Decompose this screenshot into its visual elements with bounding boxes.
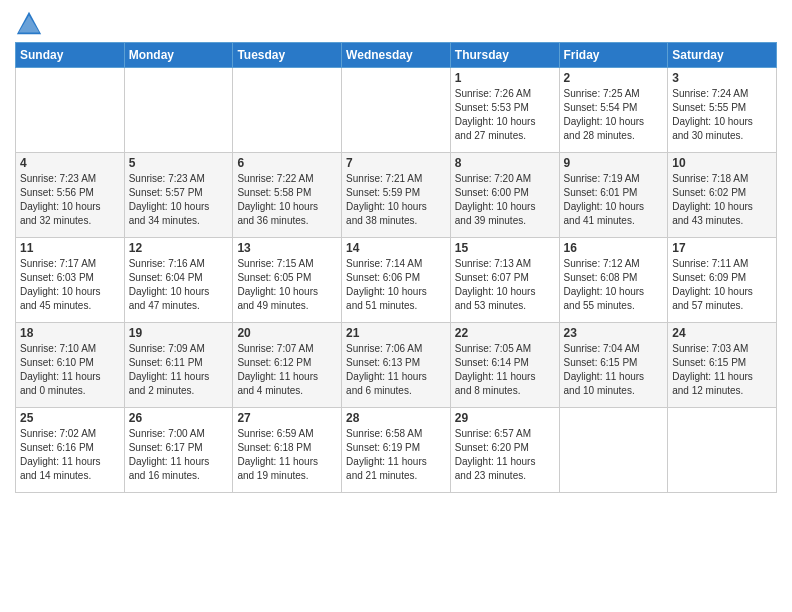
cell-content: Sunrise: 7:22 AM Sunset: 5:58 PM Dayligh… <box>237 172 337 228</box>
logo-icon <box>15 10 43 38</box>
day-number: 16 <box>564 241 664 255</box>
calendar-week-row: 1Sunrise: 7:26 AM Sunset: 5:53 PM Daylig… <box>16 68 777 153</box>
header <box>15 10 777 38</box>
cell-content: Sunrise: 7:19 AM Sunset: 6:01 PM Dayligh… <box>564 172 664 228</box>
calendar-cell: 26Sunrise: 7:00 AM Sunset: 6:17 PM Dayli… <box>124 408 233 493</box>
cell-content: Sunrise: 7:03 AM Sunset: 6:15 PM Dayligh… <box>672 342 772 398</box>
calendar-cell <box>342 68 451 153</box>
calendar-cell: 6Sunrise: 7:22 AM Sunset: 5:58 PM Daylig… <box>233 153 342 238</box>
day-number: 18 <box>20 326 120 340</box>
calendar-cell: 5Sunrise: 7:23 AM Sunset: 5:57 PM Daylig… <box>124 153 233 238</box>
calendar-cell: 10Sunrise: 7:18 AM Sunset: 6:02 PM Dayli… <box>668 153 777 238</box>
calendar-cell: 23Sunrise: 7:04 AM Sunset: 6:15 PM Dayli… <box>559 323 668 408</box>
cell-content: Sunrise: 7:02 AM Sunset: 6:16 PM Dayligh… <box>20 427 120 483</box>
day-number: 22 <box>455 326 555 340</box>
weekday-header: Tuesday <box>233 43 342 68</box>
calendar-cell: 27Sunrise: 6:59 AM Sunset: 6:18 PM Dayli… <box>233 408 342 493</box>
day-number: 2 <box>564 71 664 85</box>
cell-content: Sunrise: 7:04 AM Sunset: 6:15 PM Dayligh… <box>564 342 664 398</box>
calendar-cell: 1Sunrise: 7:26 AM Sunset: 5:53 PM Daylig… <box>450 68 559 153</box>
day-number: 23 <box>564 326 664 340</box>
day-number: 25 <box>20 411 120 425</box>
calendar-cell: 14Sunrise: 7:14 AM Sunset: 6:06 PM Dayli… <box>342 238 451 323</box>
cell-content: Sunrise: 6:57 AM Sunset: 6:20 PM Dayligh… <box>455 427 555 483</box>
cell-content: Sunrise: 7:15 AM Sunset: 6:05 PM Dayligh… <box>237 257 337 313</box>
weekday-header: Thursday <box>450 43 559 68</box>
cell-content: Sunrise: 7:26 AM Sunset: 5:53 PM Dayligh… <box>455 87 555 143</box>
cell-content: Sunrise: 7:18 AM Sunset: 6:02 PM Dayligh… <box>672 172 772 228</box>
calendar-cell <box>668 408 777 493</box>
day-number: 24 <box>672 326 772 340</box>
day-number: 10 <box>672 156 772 170</box>
cell-content: Sunrise: 7:17 AM Sunset: 6:03 PM Dayligh… <box>20 257 120 313</box>
cell-content: Sunrise: 7:24 AM Sunset: 5:55 PM Dayligh… <box>672 87 772 143</box>
day-number: 5 <box>129 156 229 170</box>
calendar-table: SundayMondayTuesdayWednesdayThursdayFrid… <box>15 42 777 493</box>
cell-content: Sunrise: 7:12 AM Sunset: 6:08 PM Dayligh… <box>564 257 664 313</box>
day-number: 8 <box>455 156 555 170</box>
weekday-header: Saturday <box>668 43 777 68</box>
day-number: 3 <box>672 71 772 85</box>
calendar-cell: 18Sunrise: 7:10 AM Sunset: 6:10 PM Dayli… <box>16 323 125 408</box>
cell-content: Sunrise: 7:25 AM Sunset: 5:54 PM Dayligh… <box>564 87 664 143</box>
weekday-header: Friday <box>559 43 668 68</box>
calendar-cell: 20Sunrise: 7:07 AM Sunset: 6:12 PM Dayli… <box>233 323 342 408</box>
cell-content: Sunrise: 7:10 AM Sunset: 6:10 PM Dayligh… <box>20 342 120 398</box>
calendar-cell: 7Sunrise: 7:21 AM Sunset: 5:59 PM Daylig… <box>342 153 451 238</box>
day-number: 27 <box>237 411 337 425</box>
cell-content: Sunrise: 7:20 AM Sunset: 6:00 PM Dayligh… <box>455 172 555 228</box>
day-number: 11 <box>20 241 120 255</box>
calendar-cell: 19Sunrise: 7:09 AM Sunset: 6:11 PM Dayli… <box>124 323 233 408</box>
cell-content: Sunrise: 7:00 AM Sunset: 6:17 PM Dayligh… <box>129 427 229 483</box>
day-number: 29 <box>455 411 555 425</box>
day-number: 12 <box>129 241 229 255</box>
day-number: 14 <box>346 241 446 255</box>
calendar-week-row: 4Sunrise: 7:23 AM Sunset: 5:56 PM Daylig… <box>16 153 777 238</box>
weekday-header: Wednesday <box>342 43 451 68</box>
calendar-cell: 15Sunrise: 7:13 AM Sunset: 6:07 PM Dayli… <box>450 238 559 323</box>
cell-content: Sunrise: 6:59 AM Sunset: 6:18 PM Dayligh… <box>237 427 337 483</box>
calendar-cell: 8Sunrise: 7:20 AM Sunset: 6:00 PM Daylig… <box>450 153 559 238</box>
calendar-cell <box>559 408 668 493</box>
calendar-cell <box>233 68 342 153</box>
calendar-cell: 24Sunrise: 7:03 AM Sunset: 6:15 PM Dayli… <box>668 323 777 408</box>
day-number: 26 <box>129 411 229 425</box>
calendar-cell: 22Sunrise: 7:05 AM Sunset: 6:14 PM Dayli… <box>450 323 559 408</box>
calendar-cell: 16Sunrise: 7:12 AM Sunset: 6:08 PM Dayli… <box>559 238 668 323</box>
day-number: 7 <box>346 156 446 170</box>
calendar-cell: 2Sunrise: 7:25 AM Sunset: 5:54 PM Daylig… <box>559 68 668 153</box>
cell-content: Sunrise: 7:21 AM Sunset: 5:59 PM Dayligh… <box>346 172 446 228</box>
day-number: 21 <box>346 326 446 340</box>
day-number: 9 <box>564 156 664 170</box>
cell-content: Sunrise: 7:23 AM Sunset: 5:56 PM Dayligh… <box>20 172 120 228</box>
weekday-header: Monday <box>124 43 233 68</box>
calendar-week-row: 11Sunrise: 7:17 AM Sunset: 6:03 PM Dayli… <box>16 238 777 323</box>
cell-content: Sunrise: 7:06 AM Sunset: 6:13 PM Dayligh… <box>346 342 446 398</box>
calendar-cell: 25Sunrise: 7:02 AM Sunset: 6:16 PM Dayli… <box>16 408 125 493</box>
cell-content: Sunrise: 7:23 AM Sunset: 5:57 PM Dayligh… <box>129 172 229 228</box>
cell-content: Sunrise: 7:09 AM Sunset: 6:11 PM Dayligh… <box>129 342 229 398</box>
calendar-cell <box>124 68 233 153</box>
calendar-cell: 28Sunrise: 6:58 AM Sunset: 6:19 PM Dayli… <box>342 408 451 493</box>
day-number: 20 <box>237 326 337 340</box>
weekday-header: Sunday <box>16 43 125 68</box>
day-number: 6 <box>237 156 337 170</box>
day-number: 19 <box>129 326 229 340</box>
cell-content: Sunrise: 6:58 AM Sunset: 6:19 PM Dayligh… <box>346 427 446 483</box>
day-number: 4 <box>20 156 120 170</box>
calendar-week-row: 18Sunrise: 7:10 AM Sunset: 6:10 PM Dayli… <box>16 323 777 408</box>
cell-content: Sunrise: 7:14 AM Sunset: 6:06 PM Dayligh… <box>346 257 446 313</box>
cell-content: Sunrise: 7:07 AM Sunset: 6:12 PM Dayligh… <box>237 342 337 398</box>
page: SundayMondayTuesdayWednesdayThursdayFrid… <box>0 0 792 503</box>
day-number: 1 <box>455 71 555 85</box>
calendar-cell: 21Sunrise: 7:06 AM Sunset: 6:13 PM Dayli… <box>342 323 451 408</box>
calendar-cell: 13Sunrise: 7:15 AM Sunset: 6:05 PM Dayli… <box>233 238 342 323</box>
svg-marker-1 <box>19 16 40 33</box>
logo <box>15 10 47 38</box>
calendar-cell <box>16 68 125 153</box>
calendar-cell: 3Sunrise: 7:24 AM Sunset: 5:55 PM Daylig… <box>668 68 777 153</box>
calendar-cell: 12Sunrise: 7:16 AM Sunset: 6:04 PM Dayli… <box>124 238 233 323</box>
calendar-cell: 17Sunrise: 7:11 AM Sunset: 6:09 PM Dayli… <box>668 238 777 323</box>
calendar-cell: 29Sunrise: 6:57 AM Sunset: 6:20 PM Dayli… <box>450 408 559 493</box>
cell-content: Sunrise: 7:16 AM Sunset: 6:04 PM Dayligh… <box>129 257 229 313</box>
